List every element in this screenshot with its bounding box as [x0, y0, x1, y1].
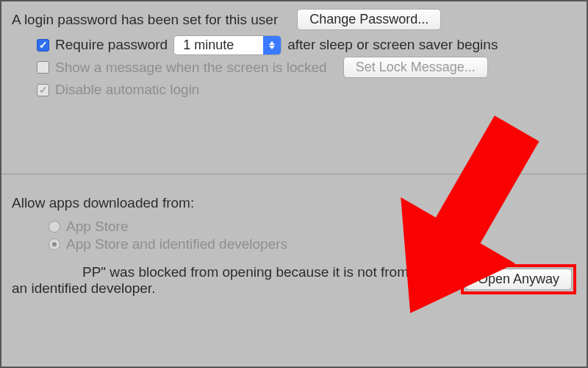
after-sleep-text: after sleep or screen saver begins [287, 37, 498, 53]
allow-app-store-radio[interactable] [49, 221, 60, 233]
require-password-delay-select[interactable]: 1 minute [173, 35, 282, 55]
set-lock-message-button[interactable]: Set Lock Message... [343, 57, 488, 78]
show-lock-message-label: Show a message when the screen is locked [55, 60, 327, 76]
disable-auto-login-checkbox[interactable] [37, 84, 49, 96]
disable-auto-login-label: Disable automatic login [55, 82, 199, 98]
require-password-delay-value: 1 minute [174, 38, 263, 53]
allow-identified-developers-label: App Store and identified developers [66, 236, 287, 252]
allow-app-store-label: App Store [66, 219, 129, 235]
require-password-label: Require password [55, 37, 168, 53]
open-anyway-button[interactable]: Open Anyway [465, 269, 572, 290]
require-password-checkbox[interactable] [37, 39, 49, 52]
change-password-button[interactable]: Change Password... [297, 9, 441, 30]
blocked-app-message: PP" was blocked from opening because it … [12, 264, 461, 297]
allow-apps-heading: Allow apps downloaded from: [12, 195, 576, 211]
allow-identified-developers-radio[interactable] [49, 238, 60, 250]
stepper-arrows-icon [263, 35, 281, 55]
show-lock-message-checkbox[interactable] [37, 61, 49, 74]
password-info-text: A login password has been set for this u… [12, 12, 278, 28]
open-anyway-highlight: Open Anyway [461, 264, 576, 294]
